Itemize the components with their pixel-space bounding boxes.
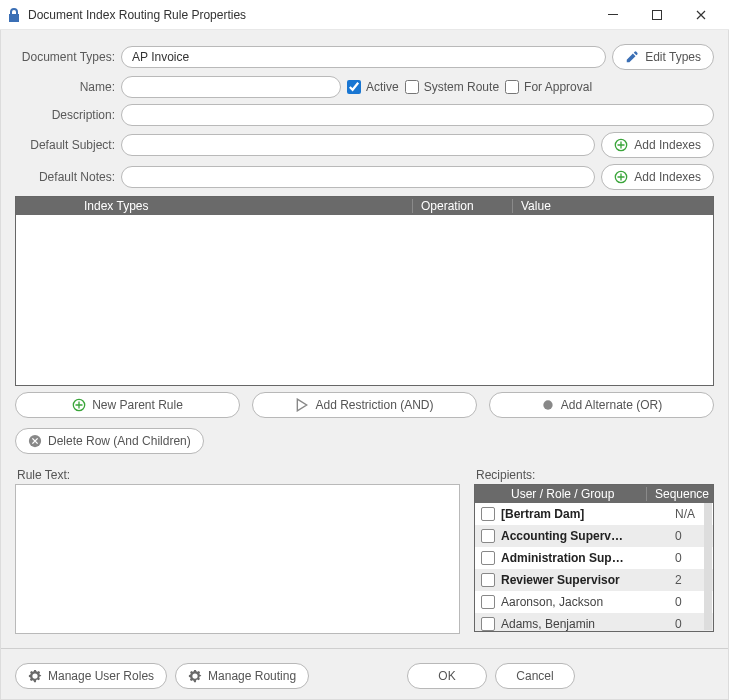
recipients-row-sequence: 0	[675, 551, 707, 565]
circle-icon	[541, 398, 555, 412]
recipients-row-sequence: 0	[675, 617, 707, 631]
col-user-role-group: User / Role / Group	[503, 487, 647, 501]
rule-text-area[interactable]	[15, 484, 460, 634]
edit-types-button[interactable]: Edit Types	[612, 44, 714, 70]
recipients-row[interactable]: [Bertram Dam]N/A	[475, 503, 713, 525]
recipients-row[interactable]: Administration Sup…0	[475, 547, 713, 569]
system-route-checkbox-label: System Route	[424, 80, 499, 94]
manage-routing-button[interactable]: Manage Routing	[175, 663, 309, 689]
manage-routing-label: Manage Routing	[208, 669, 296, 683]
col-value: Value	[513, 199, 713, 213]
default-subject-input[interactable]	[121, 134, 595, 156]
add-restriction-button[interactable]: Add Restriction (AND)	[252, 392, 477, 418]
add-indexes-subject-button[interactable]: Add Indexes	[601, 132, 714, 158]
recipients-row-name: Administration Sup…	[501, 551, 669, 565]
footer: Manage User Roles Manage Routing OK Canc…	[15, 663, 714, 689]
index-grid-header: Index Types Operation Value	[16, 197, 713, 215]
plus-circle-icon	[614, 138, 628, 152]
active-checkbox-label: Active	[366, 80, 399, 94]
delete-row-label: Delete Row (And Children)	[48, 434, 191, 448]
add-restriction-label: Add Restriction (AND)	[315, 398, 433, 412]
description-input[interactable]	[121, 104, 714, 126]
recipients-row-name: Accounting Superv…	[501, 529, 669, 543]
recipients-row-checkbox[interactable]	[481, 529, 495, 543]
document-types-label: Document Types:	[15, 50, 115, 64]
recipients-grid-header: User / Role / Group Sequence	[475, 485, 713, 503]
plus-circle-icon	[72, 398, 86, 412]
recipients-row[interactable]: Reviewer Supervisor2	[475, 569, 713, 591]
recipients-row-checkbox[interactable]	[481, 573, 495, 587]
plus-circle-icon	[614, 170, 628, 184]
ok-button[interactable]: OK	[407, 663, 487, 689]
lower-section: Rule Text: Recipients: User / Role / Gro…	[15, 460, 714, 632]
delete-row-button[interactable]: Delete Row (And Children)	[15, 428, 204, 454]
recipients-row-name: [Bertram Dam]	[501, 507, 669, 521]
gear-icon	[188, 669, 202, 683]
svg-rect-0	[608, 14, 618, 15]
for-approval-checkbox-input[interactable]	[505, 80, 519, 94]
footer-divider	[1, 648, 728, 649]
svg-point-5	[543, 400, 552, 409]
gear-icon	[28, 669, 42, 683]
titlebar: Document Index Routing Rule Properties	[0, 0, 729, 30]
system-route-checkbox[interactable]: System Route	[405, 80, 499, 94]
add-indexes-notes-button[interactable]: Add Indexes	[601, 164, 714, 190]
for-approval-checkbox-label: For Approval	[524, 80, 592, 94]
add-alternate-label: Add Alternate (OR)	[561, 398, 662, 412]
x-circle-icon	[28, 434, 42, 448]
index-grid-body[interactable]	[16, 215, 713, 385]
system-route-checkbox-input[interactable]	[405, 80, 419, 94]
name-input[interactable]	[121, 76, 341, 98]
recipients-row-sequence: N/A	[675, 507, 707, 521]
recipients-grid-body[interactable]: [Bertram Dam]N/AAccounting Superv…0Admin…	[475, 503, 713, 631]
recipients-row[interactable]: Accounting Superv…0	[475, 525, 713, 547]
name-label: Name:	[15, 80, 115, 94]
manage-user-roles-label: Manage User Roles	[48, 669, 154, 683]
add-alternate-button[interactable]: Add Alternate (OR)	[489, 392, 714, 418]
for-approval-checkbox[interactable]: For Approval	[505, 80, 592, 94]
maximize-button[interactable]	[635, 0, 679, 30]
window-title: Document Index Routing Rule Properties	[28, 8, 591, 22]
manage-user-roles-button[interactable]: Manage User Roles	[15, 663, 167, 689]
col-index-types: Index Types	[76, 199, 413, 213]
active-checkbox-input[interactable]	[347, 80, 361, 94]
add-indexes-label: Add Indexes	[634, 138, 701, 152]
recipients-row-checkbox[interactable]	[481, 595, 495, 609]
recipients-row-name: Reviewer Supervisor	[501, 573, 669, 587]
cancel-label: Cancel	[516, 669, 553, 683]
recipients-row-checkbox[interactable]	[481, 617, 495, 631]
default-notes-input[interactable]	[121, 166, 595, 188]
recipients-row-name: Adams, Benjamin	[501, 617, 669, 631]
col-sequence: Sequence	[647, 487, 713, 501]
recipients-row-checkbox[interactable]	[481, 551, 495, 565]
recipients-row-name: Aaronson, Jackson	[501, 595, 669, 609]
document-types-input[interactable]	[121, 46, 606, 68]
new-parent-rule-button[interactable]: New Parent Rule	[15, 392, 240, 418]
client-area: Document Types: Edit Types Name: Active …	[0, 30, 729, 700]
active-checkbox[interactable]: Active	[347, 80, 399, 94]
new-parent-rule-label: New Parent Rule	[92, 398, 183, 412]
cancel-button[interactable]: Cancel	[495, 663, 575, 689]
recipients-row-sequence: 0	[675, 529, 707, 543]
add-indexes-label: Add Indexes	[634, 170, 701, 184]
recipients-grid[interactable]: User / Role / Group Sequence [Bertram Da…	[474, 484, 714, 632]
ok-label: OK	[438, 669, 455, 683]
svg-rect-1	[653, 10, 662, 19]
play-icon	[295, 398, 309, 412]
minimize-button[interactable]	[591, 0, 635, 30]
default-subject-label: Default Subject:	[15, 138, 115, 152]
col-operation: Operation	[413, 199, 513, 213]
close-button[interactable]	[679, 0, 723, 30]
default-notes-label: Default Notes:	[15, 170, 115, 184]
recipients-row-sequence: 2	[675, 573, 707, 587]
pencil-icon	[625, 50, 639, 64]
rule-text-label: Rule Text:	[17, 468, 460, 482]
recipients-label: Recipients:	[476, 468, 714, 482]
lock-icon	[6, 7, 22, 23]
recipients-scrollbar[interactable]	[704, 503, 712, 630]
index-grid[interactable]: Index Types Operation Value	[15, 196, 714, 386]
recipients-row[interactable]: Aaronson, Jackson0	[475, 591, 713, 613]
edit-types-label: Edit Types	[645, 50, 701, 64]
recipients-row-checkbox[interactable]	[481, 507, 495, 521]
recipients-row[interactable]: Adams, Benjamin0	[475, 613, 713, 631]
